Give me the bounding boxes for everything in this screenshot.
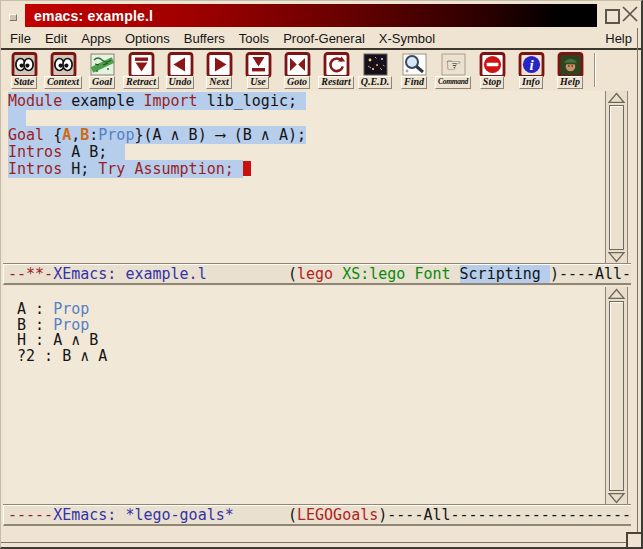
menu-tools[interactable]: Tools — [239, 31, 269, 46]
help-button[interactable]: Help — [551, 52, 589, 91]
find-button-label: Find — [401, 76, 427, 89]
window-menu-button[interactable] — [9, 14, 17, 21]
buffer-line: A : Prop — [8, 302, 605, 318]
next-button-label: Next — [206, 76, 231, 89]
minibuffer[interactable] — [3, 528, 631, 546]
text-segment: Scripting — [460, 265, 550, 283]
xemacs-window: emacs: example.l File Edit Apps Options … — [0, 0, 643, 549]
text-segment — [451, 265, 460, 283]
use-button[interactable]: Use — [239, 52, 277, 91]
scroll-down-icon[interactable] — [608, 251, 625, 263]
scroll-up-icon[interactable] — [608, 288, 625, 300]
buffer-line: ?2 : B ∧ A — [8, 349, 605, 365]
text-segment: )----All---- — [550, 265, 631, 283]
script-scrollbar[interactable] — [605, 91, 628, 264]
text-segment: Import — [143, 92, 197, 110]
window-frame-edge — [1, 542, 641, 543]
undo-left-triangle-icon — [167, 52, 194, 78]
close-icon[interactable] — [621, 5, 639, 23]
scrollbar-thumb[interactable] — [609, 301, 624, 491]
goto-button[interactable]: Goto — [278, 52, 316, 91]
menu-help[interactable]: Help — [605, 31, 632, 46]
next-button[interactable]: Next — [200, 52, 238, 91]
menu-file[interactable]: File — [10, 31, 31, 46]
scroll-down-icon[interactable] — [608, 492, 625, 504]
titlebar-gradient[interactable]: emacs: example.l — [25, 4, 597, 27]
info-button-label: Info — [519, 76, 543, 89]
goal-button-label: Goal — [89, 76, 115, 89]
locked-region: Intros A B; — [8, 143, 125, 161]
script-modeline: --**-XEmacs: example.l (lego XS:lego Fon… — [3, 264, 631, 285]
text-segment — [333, 265, 342, 283]
menu-buffers[interactable]: Buffers — [184, 31, 225, 46]
stop-sign-icon — [479, 52, 506, 78]
qed-button[interactable]: Q.E.D. — [356, 52, 394, 91]
retract-to-top-icon — [128, 52, 155, 78]
restart-button-label: Restart — [318, 76, 353, 89]
stop-button-label: Stop — [480, 76, 504, 89]
text-segment: B — [80, 126, 89, 144]
scroll-up-icon[interactable] — [608, 92, 625, 104]
context-button[interactable]: Context — [44, 52, 82, 91]
text-segment: Assumption; — [134, 160, 233, 178]
menu-proof-general[interactable]: Proof-General — [283, 31, 365, 46]
menu-options[interactable]: Options — [125, 31, 170, 46]
locked-region: Goal {A,B:Prop}(A ∧ B) ⟶ (B ∧ A); — [8, 126, 306, 144]
script-buffer[interactable]: Module example Import lib_logic; Goal {A… — [3, 91, 605, 264]
goto-bowtie-icon — [284, 52, 311, 78]
qed-button-label: Q.E.D. — [358, 76, 393, 89]
scrollbar-thumb[interactable] — [609, 105, 624, 250]
undo-button-label: Undo — [166, 76, 195, 89]
menu-x-symbol[interactable]: X-Symbol — [379, 31, 435, 46]
menu-edit[interactable]: Edit — [45, 31, 67, 46]
text-segment: { — [44, 126, 62, 144]
text-segment: H; — [62, 160, 98, 178]
retract-button[interactable]: Retract — [122, 52, 160, 91]
restart-button[interactable]: Restart — [317, 52, 355, 91]
text-segment: A — [62, 126, 71, 144]
stop-button[interactable]: Stop — [473, 52, 511, 91]
text-segment: ----- — [8, 506, 53, 524]
text-segment: }(A ∧ B) ⟶ (B ∧ A); — [134, 126, 306, 144]
locked-region: Intros H; Try Assumption; — [8, 160, 243, 178]
goal-button[interactable]: Goal — [83, 52, 121, 91]
goals-scrollbar[interactable] — [605, 287, 628, 505]
text-segment: XS:lego Font — [342, 265, 450, 283]
resize-corner[interactable] — [626, 532, 641, 547]
state-button-label: State — [11, 76, 38, 89]
eyes-icon — [11, 52, 38, 78]
text-segment: XEmacs: example.l — [53, 265, 207, 283]
text-segment: example — [62, 92, 143, 110]
locked-region: Module example Import lib_logic; — [8, 92, 306, 110]
text-segment: ( — [234, 506, 297, 524]
buffer-line: Goal {A,B:Prop}(A ∧ B) ⟶ (B ∧ A); — [8, 127, 605, 144]
help-button-label: Help — [557, 76, 583, 89]
text-segment: lego — [297, 265, 333, 283]
locked-region — [8, 109, 26, 127]
svg-text:☞: ☞ — [445, 54, 461, 75]
find-button[interactable]: Find — [395, 52, 433, 91]
maximize-button[interactable] — [605, 9, 620, 24]
eyes-icon — [50, 52, 77, 78]
text-segment: )----All-------------------- — [378, 506, 631, 524]
toolbar: State Context Goal — [3, 52, 639, 91]
goals-buffer[interactable]: A : Prop B : Prop H : A ∧ B ?2 : B ∧ A — [3, 286, 605, 505]
text-segment: Goal — [8, 126, 44, 144]
window-frame-edge — [637, 28, 638, 543]
text-segment: XEmacs: *lego-goals* — [53, 506, 234, 524]
text-segment: ( — [207, 265, 297, 283]
command-button[interactable]: ☞ Command — [434, 52, 472, 91]
info-button[interactable]: i Info — [512, 52, 550, 91]
buffer-line: Module example Import lib_logic; — [8, 93, 605, 110]
text-segment: ?2 : B ∧ A — [8, 347, 107, 365]
restart-cycle-icon — [323, 52, 350, 78]
state-button[interactable]: State — [5, 52, 43, 91]
text-segment: Intros — [8, 160, 62, 178]
command-hand-icon: ☞ — [440, 52, 467, 78]
text-segment: lib_logic; — [198, 92, 297, 110]
menu-apps[interactable]: Apps — [81, 31, 111, 46]
goals-modeline: -----XEmacs: *lego-goals* (LEGOGoals)---… — [3, 505, 631, 526]
goto-button-label: Goto — [284, 76, 310, 89]
undo-button[interactable]: Undo — [161, 52, 199, 91]
qed-fireworks-icon — [362, 52, 389, 78]
